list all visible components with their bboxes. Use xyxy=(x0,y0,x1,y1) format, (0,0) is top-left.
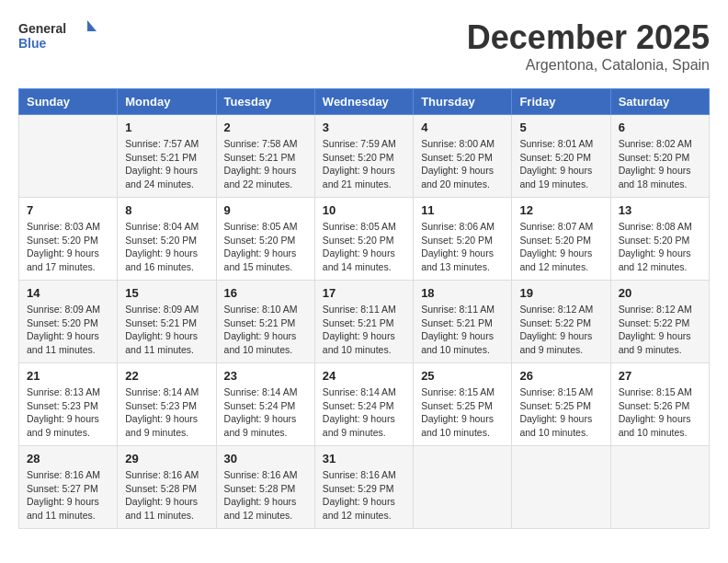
day-info: Sunrise: 8:11 AMSunset: 5:21 PMDaylight:… xyxy=(421,303,504,357)
day-number: 31 xyxy=(323,452,405,465)
calendar-cell: 25Sunrise: 8:15 AMSunset: 5:25 PMDayligh… xyxy=(414,363,512,446)
calendar-cell: 14Sunrise: 8:09 AMSunset: 5:20 PMDayligh… xyxy=(19,281,118,363)
day-info: Sunrise: 8:14 AMSunset: 5:24 PMDaylight:… xyxy=(323,385,405,440)
day-number: 27 xyxy=(619,369,701,383)
calendar-cell: 11Sunrise: 8:06 AMSunset: 5:20 PMDayligh… xyxy=(414,198,512,281)
calendar-cell xyxy=(414,446,512,529)
calendar-cell xyxy=(610,446,709,529)
day-info: Sunrise: 8:00 AMSunset: 5:20 PMDaylight:… xyxy=(421,137,504,191)
day-info: Sunrise: 8:11 AMSunset: 5:21 PMDaylight:… xyxy=(323,303,405,357)
day-info: Sunrise: 8:14 AMSunset: 5:24 PMDaylight:… xyxy=(224,385,307,440)
calendar-week-row: 7Sunrise: 8:03 AMSunset: 5:20 PMDaylight… xyxy=(19,198,710,281)
calendar-cell: 30Sunrise: 8:16 AMSunset: 5:28 PMDayligh… xyxy=(216,446,314,529)
svg-text:General: General xyxy=(18,21,66,36)
day-info: Sunrise: 8:16 AMSunset: 5:28 PMDaylight:… xyxy=(125,468,208,523)
day-info: Sunrise: 8:09 AMSunset: 5:20 PMDaylight:… xyxy=(27,303,109,357)
day-number: 2 xyxy=(224,121,307,134)
day-number: 18 xyxy=(421,286,504,300)
calendar-cell: 3Sunrise: 7:59 AMSunset: 5:20 PMDaylight… xyxy=(314,115,413,198)
day-number: 26 xyxy=(519,369,602,383)
day-info: Sunrise: 8:03 AMSunset: 5:20 PMDaylight:… xyxy=(27,220,109,274)
day-info: Sunrise: 7:58 AMSunset: 5:21 PMDaylight:… xyxy=(224,137,307,191)
day-info: Sunrise: 8:02 AMSunset: 5:20 PMDaylight:… xyxy=(619,137,701,191)
day-number: 6 xyxy=(619,121,701,134)
calendar-cell: 1Sunrise: 7:57 AMSunset: 5:21 PMDaylight… xyxy=(118,115,216,198)
day-info: Sunrise: 8:15 AMSunset: 5:26 PMDaylight:… xyxy=(619,385,701,440)
day-number: 3 xyxy=(323,121,405,134)
calendar-cell: 20Sunrise: 8:12 AMSunset: 5:22 PMDayligh… xyxy=(610,281,709,363)
svg-marker-2 xyxy=(87,20,97,31)
calendar-week-row: 14Sunrise: 8:09 AMSunset: 5:20 PMDayligh… xyxy=(19,281,710,363)
day-info: Sunrise: 8:12 AMSunset: 5:22 PMDaylight:… xyxy=(619,303,701,357)
calendar-cell: 12Sunrise: 8:07 AMSunset: 5:20 PMDayligh… xyxy=(512,198,610,281)
day-info: Sunrise: 8:16 AMSunset: 5:29 PMDaylight:… xyxy=(323,468,405,523)
calendar-day-header: Saturday xyxy=(610,89,709,115)
day-info: Sunrise: 8:10 AMSunset: 5:21 PMDaylight:… xyxy=(224,303,307,357)
day-info: Sunrise: 8:09 AMSunset: 5:21 PMDaylight:… xyxy=(125,303,208,357)
logo-icon: General Blue xyxy=(18,18,101,55)
calendar-cell: 28Sunrise: 8:16 AMSunset: 5:27 PMDayligh… xyxy=(19,446,118,529)
calendar-day-header: Thursday xyxy=(414,89,512,115)
calendar-cell xyxy=(512,446,610,529)
calendar-cell: 29Sunrise: 8:16 AMSunset: 5:28 PMDayligh… xyxy=(118,446,216,529)
calendar-week-row: 28Sunrise: 8:16 AMSunset: 5:27 PMDayligh… xyxy=(19,446,710,529)
day-number: 17 xyxy=(323,286,405,300)
day-number: 5 xyxy=(519,121,602,134)
day-number: 14 xyxy=(27,286,109,300)
day-info: Sunrise: 8:06 AMSunset: 5:20 PMDaylight:… xyxy=(421,220,504,274)
day-info: Sunrise: 8:16 AMSunset: 5:28 PMDaylight:… xyxy=(224,468,307,523)
day-info: Sunrise: 8:08 AMSunset: 5:20 PMDaylight:… xyxy=(619,220,701,274)
day-info: Sunrise: 7:59 AMSunset: 5:20 PMDaylight:… xyxy=(323,137,405,191)
calendar-cell: 19Sunrise: 8:12 AMSunset: 5:22 PMDayligh… xyxy=(512,281,610,363)
calendar-week-row: 1Sunrise: 7:57 AMSunset: 5:21 PMDaylight… xyxy=(19,115,710,198)
day-number: 19 xyxy=(519,286,602,300)
day-info: Sunrise: 8:15 AMSunset: 5:25 PMDaylight:… xyxy=(421,385,504,440)
day-number: 23 xyxy=(224,369,307,383)
calendar-header-row: SundayMondayTuesdayWednesdayThursdayFrid… xyxy=(19,89,710,115)
calendar-cell: 21Sunrise: 8:13 AMSunset: 5:23 PMDayligh… xyxy=(19,363,118,446)
day-info: Sunrise: 8:07 AMSunset: 5:20 PMDaylight:… xyxy=(519,220,602,274)
calendar-cell: 9Sunrise: 8:05 AMSunset: 5:20 PMDaylight… xyxy=(216,198,314,281)
day-number: 15 xyxy=(125,286,208,300)
day-number: 8 xyxy=(125,203,208,217)
day-info: Sunrise: 8:13 AMSunset: 5:23 PMDaylight:… xyxy=(27,385,109,440)
calendar-cell: 22Sunrise: 8:14 AMSunset: 5:23 PMDayligh… xyxy=(118,363,216,446)
day-info: Sunrise: 8:12 AMSunset: 5:22 PMDaylight:… xyxy=(519,303,602,357)
day-info: Sunrise: 8:01 AMSunset: 5:20 PMDaylight:… xyxy=(519,137,602,191)
logo: General Blue xyxy=(18,18,101,55)
day-number: 11 xyxy=(421,203,504,217)
day-number: 4 xyxy=(421,121,504,134)
day-number: 13 xyxy=(619,203,701,217)
day-number: 29 xyxy=(125,452,208,465)
calendar-day-header: Wednesday xyxy=(314,89,413,115)
day-number: 16 xyxy=(224,286,307,300)
calendar-table: SundayMondayTuesdayWednesdayThursdayFrid… xyxy=(18,88,710,529)
page-subtitle: Argentona, Catalonia, Spain xyxy=(467,57,710,74)
calendar-cell: 16Sunrise: 8:10 AMSunset: 5:21 PMDayligh… xyxy=(216,281,314,363)
day-number: 25 xyxy=(421,369,504,383)
calendar-day-header: Sunday xyxy=(19,89,118,115)
day-number: 30 xyxy=(224,452,307,465)
day-info: Sunrise: 8:14 AMSunset: 5:23 PMDaylight:… xyxy=(125,385,208,440)
day-number: 24 xyxy=(323,369,405,383)
calendar-day-header: Monday xyxy=(118,89,216,115)
calendar-cell: 7Sunrise: 8:03 AMSunset: 5:20 PMDaylight… xyxy=(19,198,118,281)
calendar-cell: 6Sunrise: 8:02 AMSunset: 5:20 PMDaylight… xyxy=(610,115,709,198)
calendar-cell xyxy=(19,115,118,198)
day-info: Sunrise: 8:05 AMSunset: 5:20 PMDaylight:… xyxy=(224,220,307,274)
day-info: Sunrise: 8:04 AMSunset: 5:20 PMDaylight:… xyxy=(125,220,208,274)
title-block: December 2025 Argentona, Catalonia, Spai… xyxy=(467,18,710,74)
day-info: Sunrise: 8:16 AMSunset: 5:27 PMDaylight:… xyxy=(27,468,109,523)
calendar-cell: 8Sunrise: 8:04 AMSunset: 5:20 PMDaylight… xyxy=(118,198,216,281)
calendar-cell: 15Sunrise: 8:09 AMSunset: 5:21 PMDayligh… xyxy=(118,281,216,363)
calendar-cell: 4Sunrise: 8:00 AMSunset: 5:20 PMDaylight… xyxy=(414,115,512,198)
day-number: 21 xyxy=(27,369,109,383)
day-info: Sunrise: 8:15 AMSunset: 5:25 PMDaylight:… xyxy=(519,385,602,440)
calendar-cell: 26Sunrise: 8:15 AMSunset: 5:25 PMDayligh… xyxy=(512,363,610,446)
day-number: 9 xyxy=(224,203,307,217)
calendar-cell: 31Sunrise: 8:16 AMSunset: 5:29 PMDayligh… xyxy=(314,446,413,529)
day-number: 22 xyxy=(125,369,208,383)
calendar-week-row: 21Sunrise: 8:13 AMSunset: 5:23 PMDayligh… xyxy=(19,363,710,446)
day-number: 28 xyxy=(27,452,109,465)
calendar-cell: 17Sunrise: 8:11 AMSunset: 5:21 PMDayligh… xyxy=(314,281,413,363)
